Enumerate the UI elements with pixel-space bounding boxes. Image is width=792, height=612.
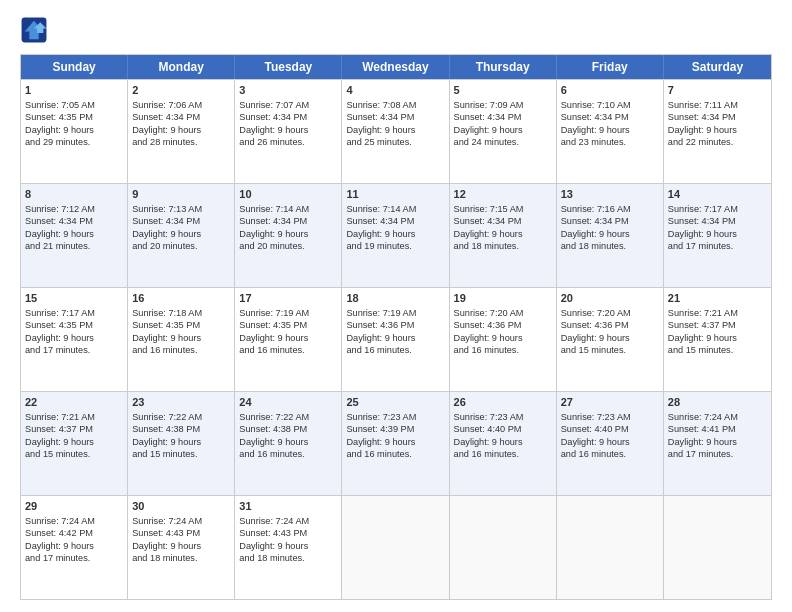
day-info-line: and 20 minutes. xyxy=(239,240,337,252)
calendar-row-2: 8Sunrise: 7:12 AMSunset: 4:34 PMDaylight… xyxy=(21,183,771,287)
day-info-line: Daylight: 9 hours xyxy=(454,332,552,344)
day-info-line: Sunrise: 7:23 AM xyxy=(561,411,659,423)
day-info-line: Daylight: 9 hours xyxy=(25,332,123,344)
day-info-line: Sunrise: 7:11 AM xyxy=(668,99,767,111)
day-info-line: Sunrise: 7:19 AM xyxy=(239,307,337,319)
day-number: 4 xyxy=(346,83,444,98)
day-info-line: Sunset: 4:34 PM xyxy=(239,111,337,123)
header xyxy=(20,16,772,44)
day-info-line: and 16 minutes. xyxy=(346,448,444,460)
day-number: 24 xyxy=(239,395,337,410)
day-info-line: Sunrise: 7:21 AM xyxy=(25,411,123,423)
day-number: 14 xyxy=(668,187,767,202)
day-info-line: Daylight: 9 hours xyxy=(239,436,337,448)
day-info-line: Sunset: 4:34 PM xyxy=(346,215,444,227)
header-day-wednesday: Wednesday xyxy=(342,55,449,79)
day-info-line: and 16 minutes. xyxy=(132,344,230,356)
day-cell-11: 11Sunrise: 7:14 AMSunset: 4:34 PMDayligh… xyxy=(342,184,449,287)
day-info-line: and 24 minutes. xyxy=(454,136,552,148)
day-cell-2: 2Sunrise: 7:06 AMSunset: 4:34 PMDaylight… xyxy=(128,80,235,183)
day-info-line: Daylight: 9 hours xyxy=(239,124,337,136)
day-info-line: Sunrise: 7:14 AM xyxy=(346,203,444,215)
day-info-line: and 16 minutes. xyxy=(346,344,444,356)
day-info-line: and 22 minutes. xyxy=(668,136,767,148)
day-info-line: and 19 minutes. xyxy=(346,240,444,252)
day-info-line: Daylight: 9 hours xyxy=(346,436,444,448)
day-number: 15 xyxy=(25,291,123,306)
day-number: 21 xyxy=(668,291,767,306)
day-info-line: and 16 minutes. xyxy=(561,448,659,460)
day-cell-6: 6Sunrise: 7:10 AMSunset: 4:34 PMDaylight… xyxy=(557,80,664,183)
day-info-line: Daylight: 9 hours xyxy=(25,124,123,136)
day-cell-30: 30Sunrise: 7:24 AMSunset: 4:43 PMDayligh… xyxy=(128,496,235,599)
day-cell-3: 3Sunrise: 7:07 AMSunset: 4:34 PMDaylight… xyxy=(235,80,342,183)
day-info-line: Daylight: 9 hours xyxy=(561,228,659,240)
header-day-tuesday: Tuesday xyxy=(235,55,342,79)
day-info-line: Sunrise: 7:21 AM xyxy=(668,307,767,319)
day-info-line: Sunrise: 7:12 AM xyxy=(25,203,123,215)
calendar: SundayMondayTuesdayWednesdayThursdayFrid… xyxy=(20,54,772,600)
header-day-saturday: Saturday xyxy=(664,55,771,79)
day-info-line: Sunset: 4:38 PM xyxy=(132,423,230,435)
header-day-friday: Friday xyxy=(557,55,664,79)
day-info-line: Sunset: 4:34 PM xyxy=(132,215,230,227)
day-number: 18 xyxy=(346,291,444,306)
day-number: 9 xyxy=(132,187,230,202)
day-info-line: and 23 minutes. xyxy=(561,136,659,148)
day-info-line: Sunrise: 7:24 AM xyxy=(239,515,337,527)
day-info-line: Sunset: 4:36 PM xyxy=(346,319,444,331)
calendar-body: 1Sunrise: 7:05 AMSunset: 4:35 PMDaylight… xyxy=(21,79,771,599)
day-info-line: Sunrise: 7:18 AM xyxy=(132,307,230,319)
day-info-line: Sunset: 4:35 PM xyxy=(25,319,123,331)
day-info-line: Sunset: 4:39 PM xyxy=(346,423,444,435)
day-cell-5: 5Sunrise: 7:09 AMSunset: 4:34 PMDaylight… xyxy=(450,80,557,183)
calendar-row-5: 29Sunrise: 7:24 AMSunset: 4:42 PMDayligh… xyxy=(21,495,771,599)
day-number: 26 xyxy=(454,395,552,410)
day-info-line: Sunset: 4:37 PM xyxy=(25,423,123,435)
day-info-line: and 15 minutes. xyxy=(132,448,230,460)
day-info-line: and 18 minutes. xyxy=(132,552,230,564)
day-info-line: and 16 minutes. xyxy=(454,344,552,356)
day-info-line: Daylight: 9 hours xyxy=(25,540,123,552)
day-number: 8 xyxy=(25,187,123,202)
day-info-line: Sunrise: 7:19 AM xyxy=(346,307,444,319)
day-info-line: and 17 minutes. xyxy=(668,448,767,460)
day-cell-19: 19Sunrise: 7:20 AMSunset: 4:36 PMDayligh… xyxy=(450,288,557,391)
day-info-line: Daylight: 9 hours xyxy=(132,332,230,344)
day-info-line: Sunset: 4:35 PM xyxy=(239,319,337,331)
day-number: 20 xyxy=(561,291,659,306)
day-number: 31 xyxy=(239,499,337,514)
day-cell-17: 17Sunrise: 7:19 AMSunset: 4:35 PMDayligh… xyxy=(235,288,342,391)
day-info-line: Sunset: 4:34 PM xyxy=(561,111,659,123)
day-cell-1: 1Sunrise: 7:05 AMSunset: 4:35 PMDaylight… xyxy=(21,80,128,183)
day-info-line: Sunrise: 7:17 AM xyxy=(668,203,767,215)
day-info-line: Daylight: 9 hours xyxy=(239,540,337,552)
day-info-line: Sunrise: 7:24 AM xyxy=(132,515,230,527)
day-number: 25 xyxy=(346,395,444,410)
empty-cell-r4c3 xyxy=(342,496,449,599)
calendar-header: SundayMondayTuesdayWednesdayThursdayFrid… xyxy=(21,55,771,79)
day-info-line: Sunset: 4:34 PM xyxy=(346,111,444,123)
day-info-line: Daylight: 9 hours xyxy=(454,436,552,448)
day-info-line: and 18 minutes. xyxy=(454,240,552,252)
day-cell-26: 26Sunrise: 7:23 AMSunset: 4:40 PMDayligh… xyxy=(450,392,557,495)
day-cell-10: 10Sunrise: 7:14 AMSunset: 4:34 PMDayligh… xyxy=(235,184,342,287)
calendar-row-3: 15Sunrise: 7:17 AMSunset: 4:35 PMDayligh… xyxy=(21,287,771,391)
header-day-sunday: Sunday xyxy=(21,55,128,79)
day-info-line: Daylight: 9 hours xyxy=(239,332,337,344)
empty-cell-r4c6 xyxy=(664,496,771,599)
day-info-line: Sunrise: 7:17 AM xyxy=(25,307,123,319)
day-info-line: Sunrise: 7:07 AM xyxy=(239,99,337,111)
day-info-line: Daylight: 9 hours xyxy=(132,540,230,552)
day-info-line: and 16 minutes. xyxy=(239,344,337,356)
day-cell-16: 16Sunrise: 7:18 AMSunset: 4:35 PMDayligh… xyxy=(128,288,235,391)
day-info-line: Sunrise: 7:22 AM xyxy=(239,411,337,423)
day-info-line: Daylight: 9 hours xyxy=(561,436,659,448)
day-info-line: Daylight: 9 hours xyxy=(668,124,767,136)
day-info-line: Daylight: 9 hours xyxy=(25,436,123,448)
day-info-line: and 15 minutes. xyxy=(25,448,123,460)
logo xyxy=(20,16,52,44)
day-info-line: and 21 minutes. xyxy=(25,240,123,252)
day-cell-21: 21Sunrise: 7:21 AMSunset: 4:37 PMDayligh… xyxy=(664,288,771,391)
day-info-line: Sunrise: 7:08 AM xyxy=(346,99,444,111)
